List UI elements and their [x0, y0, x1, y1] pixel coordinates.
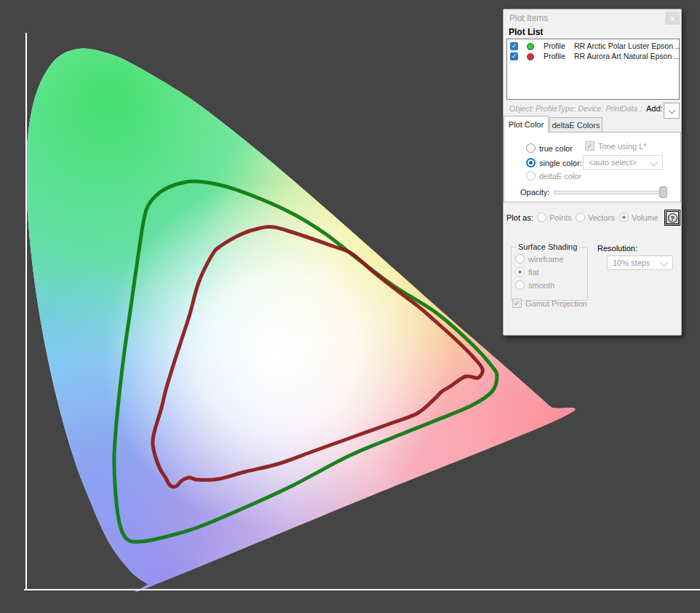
profile-name: RR Arctic Polar Luster Epson ...	[574, 41, 680, 51]
profile-type: Profile	[544, 52, 565, 61]
deltae-color-label: deltaE color	[539, 172, 581, 181]
help-button[interactable]: ?	[664, 210, 680, 226]
plot-as-label: Plot as:	[506, 213, 533, 222]
plot-as-volume-radio[interactable]	[619, 213, 629, 222]
opacity-slider-track[interactable]	[554, 191, 661, 194]
flat-radio[interactable]	[515, 267, 525, 277]
resolution-label: Resolution:	[597, 244, 637, 253]
tone-using-l-checkbox[interactable]: ✓	[585, 141, 594, 151]
tone-using-l-label: Tone using L*	[598, 142, 647, 151]
plot-as-points-label: Points	[549, 213, 572, 222]
wireframe-radio[interactable]	[515, 254, 525, 264]
plot-list-label: Plot List	[509, 27, 543, 37]
tab-deltae-colors[interactable]: deltaE Colors	[549, 117, 602, 133]
deltae-color-radio[interactable]	[526, 171, 536, 181]
profile-color-dot	[527, 43, 534, 50]
resolution-select[interactable]: 10% steps	[607, 256, 673, 270]
gamut-projection-label: Gamut Projection	[525, 299, 587, 308]
flat-label: flat	[528, 268, 539, 277]
plot-as-vectors-label: Vectors	[588, 213, 615, 222]
row-checkbox[interactable]: ✓	[510, 52, 518, 60]
shading-layer	[26, 48, 576, 592]
opacity-label: Opacity:	[520, 188, 549, 197]
list-item[interactable]: ✓ Profile RR Arctic Polar Luster Epson .…	[507, 41, 679, 52]
plot-items-panel: Plot Items x Plot List ✓ Profile RR Arct…	[503, 9, 682, 336]
application-background: Plot Items x Plot List ✓ Profile RR Arct…	[0, 0, 700, 613]
profile-type: Profile	[544, 41, 565, 51]
true-color-label: true color	[539, 144, 573, 153]
profile-color-dot	[527, 53, 534, 60]
chevron-down-icon	[669, 107, 676, 114]
chevron-down-icon	[661, 260, 668, 267]
surface-shading-label: Surface Shading	[516, 242, 579, 251]
wireframe-label: wireframe	[528, 255, 563, 264]
plot-list: ✓ Profile RR Arctic Polar Luster Epson .…	[506, 39, 680, 100]
chevron-down-icon	[651, 159, 658, 167]
close-icon[interactable]: x	[665, 12, 680, 25]
single-color-select[interactable]: <auto select>	[583, 155, 663, 170]
resolution-select-value: 10% steps	[613, 258, 650, 267]
single-color-label: single color:	[539, 159, 582, 167]
object-type-note: Object: ProfileType: Device: PrintData ;	[509, 104, 642, 113]
opacity-slider-thumb[interactable]	[659, 186, 667, 198]
smooth-label: smooth	[528, 281, 554, 290]
plot-as-points-radio[interactable]	[537, 213, 546, 222]
list-item[interactable]: ✓ Profile RR Aurora Art Natural Epson ..…	[507, 52, 679, 62]
plot-as-vectors-radio[interactable]	[576, 213, 585, 222]
add-dropdown-button[interactable]	[664, 103, 680, 119]
plot-as-volume-label: Volume	[632, 213, 659, 222]
gamut-projection-checkbox[interactable]: ✓	[512, 298, 522, 308]
smooth-radio[interactable]	[515, 280, 525, 290]
profile-name: RR Aurora Art Natural Epson ...	[574, 52, 680, 61]
add-label: Add:	[646, 104, 663, 113]
panel-title: Plot Items	[509, 13, 548, 23]
tab-plot-color[interactable]: Plot Color	[504, 116, 549, 133]
row-checkbox[interactable]: ✓	[510, 42, 518, 50]
single-color-select-value: <auto select>	[589, 158, 637, 167]
surface-shading-group: Surface Shading wireframe flat smooth	[511, 247, 588, 301]
true-color-radio[interactable]	[526, 143, 536, 153]
single-color-radio[interactable]	[526, 158, 536, 167]
help-icon: ?	[668, 213, 677, 223]
